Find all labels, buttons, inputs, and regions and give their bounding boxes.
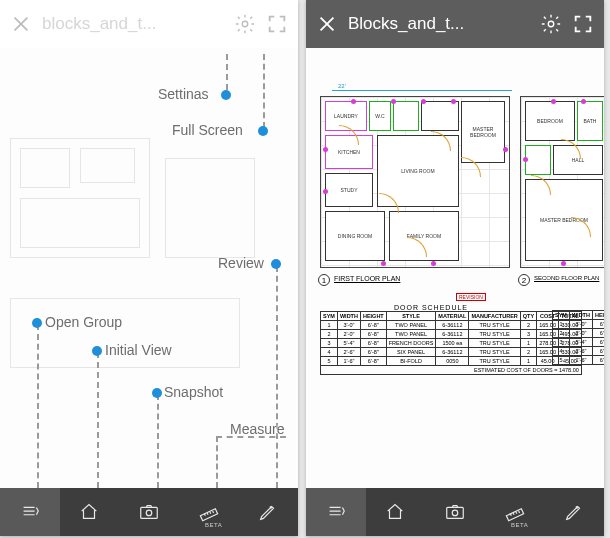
beta-label: BETA [205, 522, 222, 528]
toolbar-edit-button[interactable] [238, 488, 298, 536]
toolbar-camera-button[interactable] [119, 488, 179, 536]
floor-plans: LAUNDRY W.C KITCHEN STUDY LIVING ROOM DI… [320, 96, 604, 268]
file-title: blocks_and_t... [42, 14, 224, 34]
toolbar-measure-button[interactable]: BETA [485, 488, 545, 536]
annotation-measure: Measure [230, 421, 284, 437]
header-right: Blocks_and_t... [306, 0, 604, 48]
fullscreen-icon[interactable] [572, 13, 594, 35]
fullscreen-icon[interactable] [266, 13, 288, 35]
toolbar-left: BETA [0, 488, 298, 536]
phone-right: Blocks_and_t... 22' LAUNDRY W.C KITCHEN … [306, 0, 604, 536]
toolbar-layers-button[interactable] [0, 488, 60, 536]
phone-left: blocks_and_t... Settinas Fu [0, 0, 298, 536]
toolbar-measure-button[interactable]: BETA [179, 488, 239, 536]
first-floor-plan: LAUNDRY W.C KITCHEN STUDY LIVING ROOM DI… [320, 96, 510, 268]
gear-icon[interactable] [540, 13, 562, 35]
toolbar-home-button[interactable] [366, 488, 426, 536]
svg-point-6 [452, 510, 458, 516]
close-icon[interactable] [10, 13, 32, 35]
svg-rect-3 [200, 509, 217, 521]
gear-icon[interactable] [234, 13, 256, 35]
toolbar-edit-button[interactable] [544, 488, 604, 536]
svg-point-2 [146, 510, 152, 516]
svg-rect-1 [141, 507, 158, 518]
schedule-table: SYMWIDTHHEIGHTSTYLEMATERIALMANUFACTURERQ… [320, 311, 582, 375]
svg-rect-7 [506, 509, 523, 521]
annotation-overlay: Settinas Full Screen Review Measure Snap… [0, 48, 298, 488]
toolbar-right: BETA [306, 488, 604, 536]
door-schedule-2: SYMWIDTHHEIGHT 13'-0"6'-8"22'-0"6'-8"35'… [552, 310, 604, 365]
file-title: Blocks_and_t... [348, 14, 530, 34]
beta-label: BETA [511, 522, 528, 528]
toolbar-camera-button[interactable] [425, 488, 485, 536]
canvas-left[interactable]: Settinas Full Screen Review Measure Snap… [0, 48, 298, 488]
second-floor-plan: BEDROOM BATH HALL MASTER BEDROOM 2 SECON… [520, 96, 604, 268]
toolbar-home-button[interactable] [60, 488, 120, 536]
toolbar-layers-button[interactable] [306, 488, 366, 536]
annotation-snapshot: Snapshot [164, 384, 223, 400]
close-icon[interactable] [316, 13, 338, 35]
annotation-settings: Settinas [158, 86, 209, 102]
svg-rect-5 [447, 507, 464, 518]
canvas-right[interactable]: 22' LAUNDRY W.C KITCHEN STUDY LIVING ROO… [306, 48, 604, 488]
revision-note: REVISION [456, 293, 486, 301]
svg-point-0 [242, 21, 248, 27]
annotation-fullscreen: Full Screen [172, 122, 243, 138]
door-schedule: DOOR SCHEDULE SYMWIDTHHEIGHTSTYLEMATERIA… [320, 304, 542, 375]
svg-point-4 [548, 21, 554, 27]
header-left: blocks_and_t... [0, 0, 298, 48]
